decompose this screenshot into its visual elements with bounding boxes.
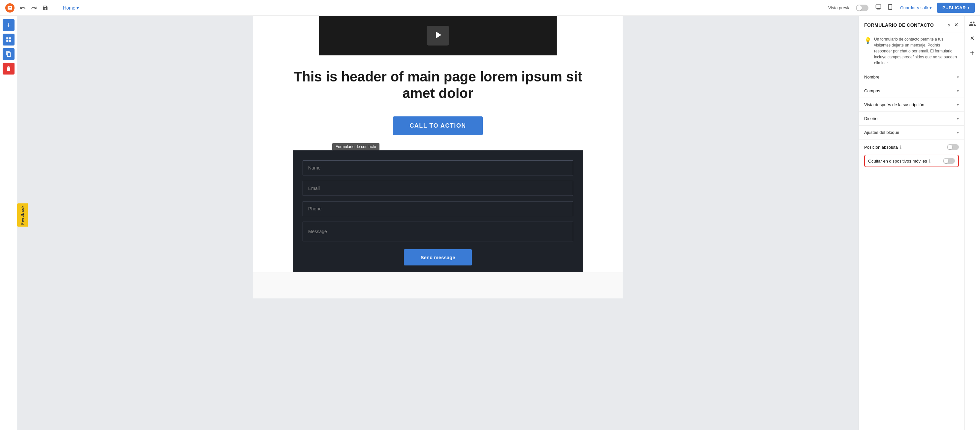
main-heading: This is header of main page lorem ipsum … [280,68,596,102]
ocultar-setting-row: Ocultar en dispositivos móviles ℹ [864,155,959,167]
separator [55,5,55,11]
info-box: 💡 Un formulario de contacto permite a tu… [859,33,964,70]
accordion-campos-chevron: ▾ [957,89,959,93]
posicion-toggle[interactable] [947,144,959,150]
ocultar-info-icon[interactable]: ℹ [929,159,931,163]
accordion-campos: Campos ▾ [859,84,964,98]
publicar-arrow: › [968,5,969,10]
feedback-area: Feedback [17,203,28,227]
topbar: Home ▾ Vista previa Guardar y salir ▾ PU… [0,0,980,16]
far-right-close-button[interactable]: × [967,33,978,43]
play-icon [432,29,444,41]
far-right-add-icon: + [970,48,974,57]
preview-toggle-knob [857,5,862,11]
accordion-vista-label: Vista después de la suscripción [864,102,924,107]
panel-header: FORMULARIO DE CONTACTO « × [859,16,964,33]
guardar-label: Guardar y salir [900,5,928,10]
canvas-wrapper: Feedback This is header of main page lor… [17,16,859,430]
topbar-left: Home ▾ [5,3,81,13]
form-label-area: Formulario de contacto [253,140,623,151]
accordion-nombre-chevron: ▾ [957,75,959,79]
undo-button[interactable] [19,4,27,12]
close-panel-button[interactable]: × [954,21,959,29]
vista-previa-label: Vista previa [828,5,851,10]
far-right-close-icon: × [970,34,974,43]
contact-form-area: Send message [293,151,583,272]
info-bulb-icon: 💡 [864,37,872,44]
add-tool-button[interactable] [3,19,14,31]
posicion-toggle-knob [948,145,952,149]
copy-tool-button[interactable] [3,48,14,60]
accordion-campos-header[interactable]: Campos ▾ [859,84,964,98]
accordion-diseno-label: Diseño [864,116,877,121]
far-right-add-button[interactable]: + [967,48,978,58]
accordion-ajustes-chevron: ▾ [957,130,959,135]
page-wrapper: Feedback This is header of main page lor… [0,16,980,430]
cta-wrap: CALL TO ACTION [253,116,623,135]
canvas-content: Feedback This is header of main page lor… [240,16,636,430]
page-content: This is header of main page lorem ipsum … [253,16,623,298]
publicar-button[interactable]: PUBLICAR › [937,3,975,13]
save-icon-button[interactable] [41,4,49,12]
right-panel: FORMULARIO DE CONTACTO « × 💡 Un formular… [859,16,964,430]
logo [5,3,14,13]
guardar-chevron: ▾ [929,5,932,10]
collapse-panel-button[interactable]: « [947,21,951,29]
accordion-diseno-chevron: ▾ [957,116,959,121]
accordion-diseno-header[interactable]: Diseño ▾ [859,112,964,125]
left-toolbar [0,16,17,430]
delete-tool-button[interactable] [3,63,14,75]
page-footer-area [253,272,623,298]
posicion-label: Posición absoluta ℹ [864,145,902,150]
ocultar-toggle-knob [944,159,948,163]
ocultar-label: Ocultar en dispositivos móviles ℹ [868,159,931,163]
accordion-nombre-header[interactable]: Nombre ▾ [859,70,964,84]
cta-button[interactable]: CALL TO ACTION [393,116,483,135]
preview-toggle[interactable] [856,5,869,11]
monitor-button[interactable] [874,2,883,13]
redo-button[interactable] [30,4,38,12]
users-icon-button[interactable] [967,19,978,29]
send-btn-wrap: Send message [302,249,573,265]
accordion-nombre-label: Nombre [864,75,879,79]
home-chevron: ▾ [76,5,79,11]
users-icon [969,20,976,27]
mobile-button[interactable] [886,2,895,13]
accordion-vista: Vista después de la suscripción ▾ [859,98,964,112]
play-button[interactable] [426,26,449,46]
accordion-nombre: Nombre ▾ [859,70,964,84]
message-field[interactable] [302,222,573,241]
topbar-right: Vista previa Guardar y salir ▾ PUBLICAR … [828,2,975,13]
accordion-ajustes-label: Ajustes del bloque [864,130,899,135]
accordion-diseno: Diseño ▾ [859,112,964,125]
accordion-list: Nombre ▾ Campos ▾ Vista después de la su… [859,70,964,140]
name-field[interactable] [302,160,573,175]
accordion-vista-chevron: ▾ [957,103,959,107]
info-text: Un formulario de contacto permite a tus … [874,36,959,66]
panel-header-icons: « × [947,21,959,29]
layout-tool-button[interactable] [3,33,14,46]
guardar-button[interactable]: Guardar y salir ▾ [900,5,932,10]
accordion-ajustes: Ajustes del bloque ▾ [859,125,964,140]
posicion-setting-row: Posición absoluta ℹ [864,144,959,150]
ocultar-toggle[interactable] [943,158,955,164]
accordion-campos-label: Campos [864,88,880,93]
header-section: This is header of main page lorem ipsum … [253,56,623,108]
phone-field[interactable] [302,201,573,216]
send-button[interactable]: Send message [404,249,471,265]
accordion-vista-header[interactable]: Vista después de la suscripción ▾ [859,98,964,111]
logo-icon [7,5,13,11]
form-label-tag: Formulario de contacto [332,143,379,151]
panel-title: FORMULARIO DE CONTACTO [864,22,934,28]
posicion-info-icon[interactable]: ℹ [900,145,902,150]
topbar-history-icons [19,4,49,12]
publicar-label: PUBLICAR [942,5,966,10]
feedback-tab[interactable]: Feedback [17,203,28,227]
video-area [319,16,557,56]
device-buttons [874,2,895,13]
far-right-icons: × + [964,16,980,430]
email-field[interactable] [302,181,573,196]
settings-section: Posición absoluta ℹ Ocultar en dispositi… [859,140,964,176]
home-menu[interactable]: Home ▾ [60,4,81,12]
accordion-ajustes-header[interactable]: Ajustes del bloque ▾ [859,125,964,139]
